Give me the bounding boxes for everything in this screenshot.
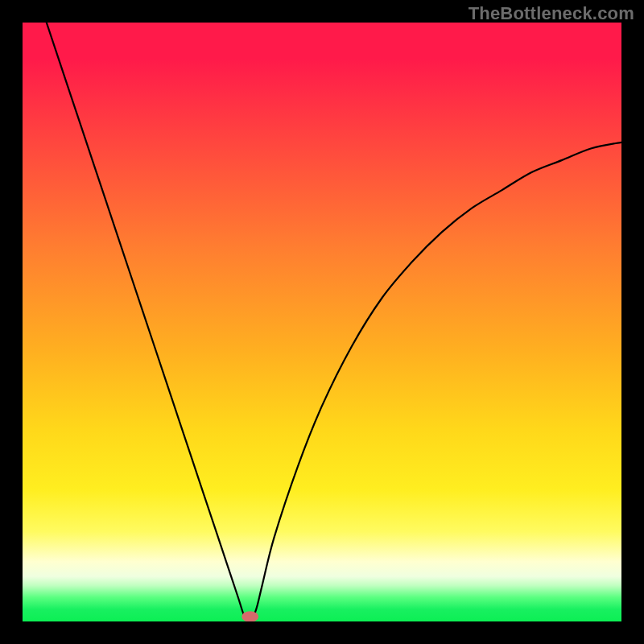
brand-watermark: TheBottleneck.com — [469, 3, 634, 24]
frame: TheBottleneck.com — [0, 0, 644, 644]
minimum-marker — [242, 611, 258, 621]
chart-svg — [23, 23, 621, 621]
plot-area — [23, 23, 621, 621]
bottleneck-curve — [47, 23, 621, 621]
